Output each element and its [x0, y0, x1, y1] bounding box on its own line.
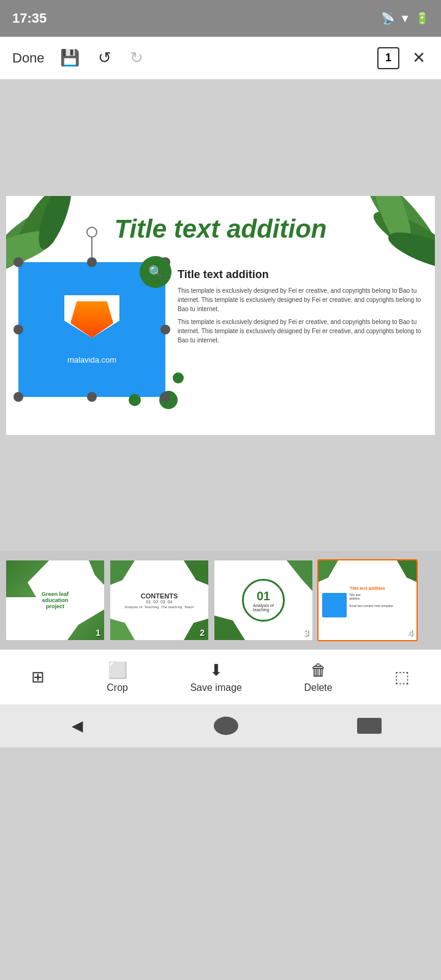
thumb2-title: CONTENTS [141, 592, 178, 600]
slide-body1: This template is exclusively designed by… [178, 286, 423, 314]
status-icons: 📡 ▼ 🔋 [381, 12, 429, 25]
thumbnails-strip: Green leafeducationproject 1 CONTENTS 01… [0, 551, 441, 649]
green-dot-right [173, 372, 184, 383]
thumb2-items: 01 02 03 04 [146, 600, 173, 604]
top-toolbar: Done 💾 ↺ ↻ 1 ✕ [0, 37, 441, 80]
done-button[interactable]: Done [12, 50, 45, 66]
thumbnail-3[interactable]: 01 Analysis ofteaching 3 [213, 559, 314, 641]
slide-title: Title text addition [6, 196, 435, 256]
status-bar: 17:35 📡 ▼ 🔋 [0, 0, 441, 37]
thumb3-circle: 01 Analysis ofteaching [242, 579, 285, 622]
slide-subtitle: Title text addition [178, 268, 423, 281]
handle-top-mid[interactable] [87, 257, 97, 267]
close-button[interactable]: ✕ [409, 45, 429, 70]
thumb3-label: Analysis ofteaching [253, 603, 274, 612]
logo-label: malavida.com [67, 355, 116, 364]
thumb1-label: Green leafeducationproject [36, 585, 75, 616]
handle-bot-right[interactable] [160, 392, 170, 402]
thumb4-title: Title text addition [322, 586, 413, 590]
undo-icon[interactable]: ↺ [95, 45, 115, 70]
thumb3-number-badge: 3 [304, 628, 309, 638]
delete-button[interactable]: 🗑 Delete [294, 656, 342, 698]
thumb4-text: Title textadditionSmall text content her… [349, 593, 413, 617]
rotation-handle[interactable] [86, 227, 97, 238]
blue-box[interactable]: malavida.com 🔍 [18, 262, 165, 397]
thumbnail-1[interactable]: Green leafeducationproject 1 [5, 559, 105, 641]
green-dot-br2 [129, 394, 141, 406]
thumb2-number: 2 [200, 628, 205, 638]
crop-button[interactable]: ⬜ Crop [97, 656, 138, 698]
slide-body2: This template is exclusively designed by… [178, 317, 423, 345]
thumbnail-4[interactable]: Title text addition Title textadditionSm… [317, 559, 418, 641]
toolbar-left: Done 💾 ↺ ↻ [12, 45, 146, 70]
nav-bar: ◀ [0, 704, 441, 747]
status-time: 17:35 [12, 10, 47, 26]
thumb4-content: Title textadditionSmall text content her… [322, 593, 413, 617]
thumb2-leaf-tr [178, 560, 208, 585]
delete-icon: 🗑 [311, 661, 326, 680]
handle-top-left[interactable] [13, 257, 23, 267]
handle-mid-left[interactable] [13, 325, 23, 334]
thumb1-leaf-tr [74, 560, 104, 585]
handle-bot-mid[interactable] [87, 392, 97, 402]
save-icon[interactable]: 💾 [57, 45, 83, 70]
thumb4-leaf-tr [392, 560, 417, 582]
layout-icon: ⊞ [31, 668, 45, 687]
thumb4-leaf-tl [318, 560, 343, 582]
save-image-button[interactable]: ⬇ Save image [180, 656, 252, 698]
crop-icon: ⬜ [108, 661, 127, 680]
thumb4-number: 4 [408, 628, 413, 638]
thumb1-number: 1 [96, 628, 100, 638]
filter-icon: ⬚ [394, 668, 410, 687]
canvas-area: Title text addition malavida.com [0, 80, 441, 551]
selected-element[interactable]: malavida.com 🔍 [18, 262, 165, 397]
toolbar-right: 1 ✕ [377, 45, 429, 70]
thumbnail-2[interactable]: CONTENTS 01 02 03 04 Analysis of Teachin… [109, 559, 209, 641]
recent-button[interactable] [357, 718, 382, 734]
wifi-icon: ▼ [399, 12, 410, 25]
delete-label: Delete [304, 682, 332, 693]
thumb2-sub: Analysis of Teaching The teaching Teach [124, 605, 194, 609]
thumb2-leaf-br [184, 619, 208, 640]
layout-button[interactable]: ⊞ [21, 663, 55, 692]
thumb3-leaf-bl [214, 616, 245, 640]
cast-icon: 📡 [381, 12, 394, 25]
logo-shape [61, 295, 123, 344]
thumb2-leaf-bl [110, 619, 135, 640]
handle-mid-right[interactable] [160, 325, 170, 334]
back-button[interactable]: ◀ [59, 711, 95, 741]
battery-icon: 🔋 [415, 12, 429, 25]
save-image-icon: ⬇ [209, 661, 223, 680]
slide-text-content: Title text addition This template is exc… [178, 262, 423, 349]
green-circle-icon[interactable]: 🔍 [140, 256, 172, 288]
thumb4-blue-box [322, 593, 347, 617]
thumb2-leaf-tl [110, 560, 141, 585]
thumb3-leaf-tr [276, 560, 312, 591]
crop-label: Crop [107, 682, 128, 693]
thumb3-number: 01 [257, 589, 270, 603]
redo-icon[interactable]: ↻ [127, 45, 146, 70]
filter-button[interactable]: ⬚ [385, 663, 420, 692]
bottom-toolbar: ⊞ ⬜ Crop ⬇ Save image 🗑 Delete ⬚ [0, 649, 441, 704]
page-badge: 1 [377, 47, 399, 69]
home-button[interactable] [214, 717, 238, 735]
save-image-label: Save image [190, 682, 242, 693]
slide: Title text addition malavida.com [6, 196, 435, 435]
handle-bot-left[interactable] [13, 392, 23, 402]
